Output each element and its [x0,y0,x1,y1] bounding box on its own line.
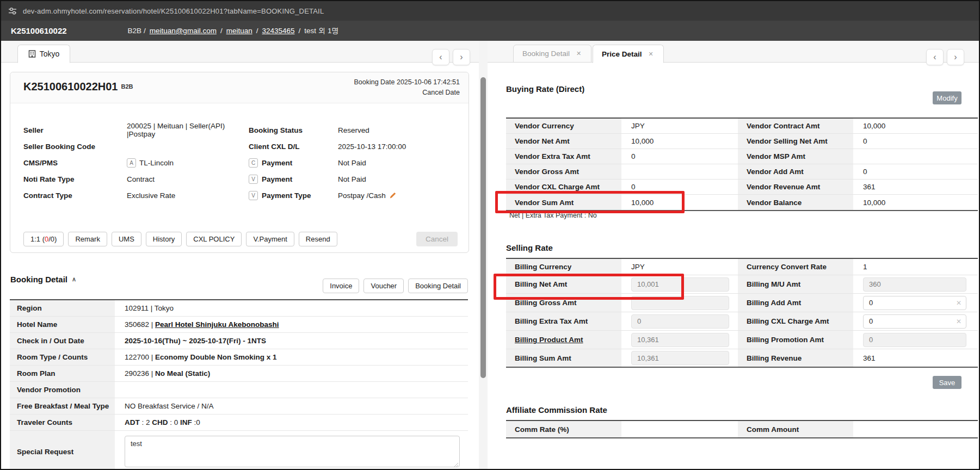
room-type-value: 122700 | Economy Double Non Smoking x 1 [116,349,468,365]
vendor-sum-amt-label: Vendor Sum Amt [506,195,622,210]
billing-promotion-amt-label: Billing Promotion Amt [738,331,854,349]
v-payment-button[interactable]: V.Payment [246,232,294,246]
collapse-caret-icon[interactable]: ∧ [72,276,76,283]
separator: / [220,27,223,35]
payment-type-value: Postpay /Cash [338,191,406,200]
panel-scrollbar-thumb[interactable] [480,77,486,378]
billing-sum-amt-row: Billing Sum Amt Billing Revenue 361 [506,349,978,367]
separator: / [299,27,301,35]
billing-sum-amt-input[interactable] [631,351,729,365]
billing-gross-amt-input[interactable] [631,296,729,310]
channel-label: B2B / [128,27,146,35]
billing-product-amt-input[interactable] [631,333,729,347]
channel-badge: B2B [121,83,133,90]
invoice-button[interactable]: Invoice [323,279,359,293]
booking-detail-button[interactable]: Booking Detail [408,279,468,293]
tag-c-chip: C [249,158,258,168]
selling-rate-table: Billing Currency JPY Currency Convert Ra… [506,258,978,368]
traveler-counts-value: ADT : 2 CHD : 0 INF :0 [116,415,468,430]
hotel-name-label: Hotel Name [10,317,116,332]
remark-button[interactable]: Remark [68,232,107,246]
seller-value: 200025 | Meituan | Seller(API) |Postpay [127,122,249,138]
region-value: 102911 | Tokyo [116,300,468,316]
hotel-name-link[interactable]: Pearl Hotel Shinjuku Akebonobashi [155,320,279,329]
next-tab-button[interactable]: › [453,49,470,65]
special-request-textarea[interactable]: test [125,436,460,467]
tune-icon[interactable] [8,6,17,16]
currency-convert-rate-label: Currency Convert Rate [738,259,854,275]
check-in-out-value: 2025-10-16(Thu) ~ 2025-10-17(Fri) - 1NTS [116,333,468,349]
seller-email-link[interactable]: meituan@gmail.com [150,27,217,35]
billing-extra-tax-amt-input[interactable] [631,314,729,329]
left-panel-pager: ‹ › [432,49,470,65]
buying-rate-title: Buying Rate (Direct) [506,84,584,94]
vendor-cxl-charge-row: Vendor CXL Charge Amt 0 Vendor Revenue A… [506,180,978,195]
billing-cxl-charge-amt-input[interactable] [863,314,966,329]
clear-input-icon[interactable]: ✕ [956,300,961,306]
tab-price-detail[interactable]: Price Detail ✕ [593,45,664,63]
billing-add-amt-input[interactable] [863,296,966,310]
booking-summary-card: K25100610022H01B2B Booking Date 2025-10-… [10,72,469,253]
booking-status-value: Reserved [338,126,406,134]
cxl-policy-button[interactable]: CXL POLICY [186,232,242,246]
tab-price-detail-label: Price Detail [602,50,642,58]
booking-id-title: K25100610022H01B2B [23,81,133,93]
browser-address-bar[interactable]: dev-adm.ohmyhotel.com/reservation/hotel/… [1,1,979,21]
room-plan-row: Room Plan 290236 | No Meal (Static) [10,366,468,382]
affiliate-commission-title: Affiliate Commission Rate [506,405,607,415]
vendor-revenue-amt-value: 361 [854,180,978,194]
vendor-balance-label: Vendor Balance [738,195,854,210]
booking-detail-section-title: Booking Detail ∧ [10,275,76,284]
one-to-one-button[interactable]: 1:1 (0/0) [23,232,64,246]
payment-type-label: V Payment Type [249,191,338,200]
tab-tokyo[interactable]: Tokyo [17,45,70,63]
client-cxl-deadline-value: 2025-10-13 17:00:00 [338,143,406,151]
member-number-link[interactable]: 32435465 [262,27,294,35]
noti-rate-type-label: Noti Rate Type [23,175,127,183]
billing-product-amt-link[interactable]: Billing Product Amt [515,336,583,344]
voucher-button[interactable]: Voucher [363,279,404,293]
vendor-add-amt-label: Vendor Add Amt [738,164,854,179]
client-cxl-deadline-label: Client CXL D/L [249,143,338,151]
vendor-gross-amt-label: Vendor Gross Amt [506,164,622,179]
vendor-net-amt-label: Vendor Net Amt [506,134,622,149]
clear-input-icon[interactable]: ✕ [956,318,961,325]
edit-pencil-icon[interactable] [389,191,397,199]
v-payment-value: Not Paid [338,175,406,183]
traveler-counts-row: Traveler Counts ADT : 2 CHD : 0 INF :0 [10,415,468,431]
cms-pms-label: CMS/PMS [23,159,127,167]
url-text: dev-adm.ohmyhotel.com/reservation/hotel/… [23,7,324,15]
modify-button[interactable]: Modify [933,91,961,104]
booking-fields-grid: Seller 200025 | Meituan | Seller(API) |P… [23,122,406,203]
tab-close-icon[interactable]: ✕ [576,50,581,57]
guest-name-label: test 외 1명 [304,26,339,36]
prev-tab-button[interactable]: ‹ [432,49,449,65]
vendor-promotion-row: Vendor Promotion [10,382,468,398]
vendor-selling-net-amt-value: 0 [854,134,978,149]
ums-button[interactable]: UMS [112,232,141,246]
billing-net-amt-input[interactable] [631,277,729,292]
booking-status-label: Booking Status [249,126,338,134]
chevron-left-icon: ‹ [439,52,442,62]
tab-booking-detail[interactable]: Booking Detail ✕ [513,45,591,63]
tag-a-chip: A [127,158,136,168]
vendor-selling-net-amt-label: Vendor Selling Net Amt [738,134,854,149]
right-panel: Booking Detail ✕ Price Detail ✕ ‹ › Buyi… [488,41,980,470]
booking-id: K25100610022H01 [23,81,118,92]
vendor-currency-label: Vendor Currency [506,119,622,133]
billing-promotion-amt-input[interactable] [863,333,966,347]
prev-tab-button[interactable]: ‹ [926,49,944,65]
vendor-gross-amt-value [622,164,738,179]
seller-name-link[interactable]: meituan [226,27,252,35]
billing-mu-amt-input[interactable] [863,277,966,292]
tab-close-icon[interactable]: ✕ [649,51,654,58]
chevron-left-icon: ‹ [933,52,936,62]
panel-scrollbar-track[interactable] [479,41,488,470]
save-button[interactable]: Save [933,376,961,389]
chevron-right-icon: › [460,52,463,62]
next-tab-button[interactable]: › [947,49,964,65]
comm-amount-value [854,421,978,437]
history-button[interactable]: History [146,232,182,246]
resend-button[interactable]: Resend [299,232,337,246]
cancel-button[interactable]: Cancel [416,232,458,246]
